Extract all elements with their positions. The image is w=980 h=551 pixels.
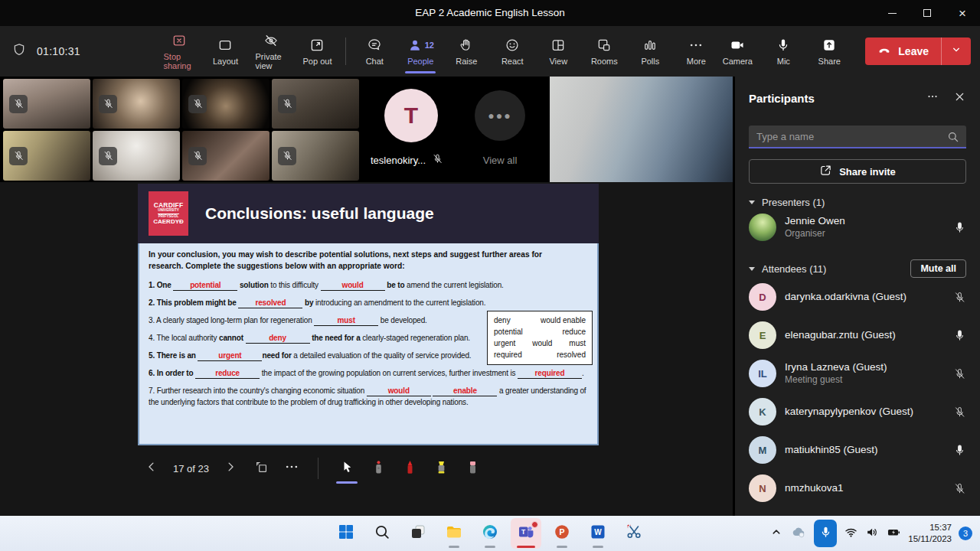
participant-row[interactable]: Kkaterynapylypenkov (Guest): [735, 393, 980, 431]
participant-row[interactable]: Eelenagubar.zntu (Guest): [735, 316, 980, 354]
slide-page-indicator: 17 of 23: [173, 463, 209, 474]
panel-close-button[interactable]: [953, 90, 966, 106]
slide-text: the need for a: [310, 334, 363, 342]
raise-label: Raise: [456, 57, 477, 66]
answer-blank: would: [367, 386, 431, 396]
close-button[interactable]: ×: [945, 0, 980, 26]
mute-all-button[interactable]: Mute all: [910, 259, 966, 278]
attendees-header-label: Attendees (11): [762, 263, 826, 275]
taskview-taskbar-button[interactable]: [403, 518, 433, 549]
chat-button[interactable]: Chat: [354, 35, 395, 67]
attendees-section-header[interactable]: Attendees (11) Mute all: [735, 259, 980, 278]
battery-icon[interactable]: [887, 525, 901, 543]
volume-icon[interactable]: [865, 525, 880, 543]
avatar: D: [749, 283, 776, 311]
active-speaker-video[interactable]: [550, 77, 733, 182]
maximize-button[interactable]: [910, 0, 945, 26]
panel-more-options-button[interactable]: [926, 90, 939, 106]
presenters-list: Jennie OwenOrganiser: [735, 208, 980, 246]
video-tile[interactable]: [272, 131, 359, 181]
video-tile[interactable]: [3, 79, 90, 129]
react-button[interactable]: React: [492, 35, 533, 67]
onedrive-icon[interactable]: [790, 523, 807, 543]
tray-mic-button[interactable]: [814, 520, 837, 547]
slide-text: solution: [237, 281, 270, 289]
private-view-button[interactable]: Private view: [250, 31, 292, 72]
people-button[interactable]: 12People: [400, 35, 441, 67]
leave-options-button[interactable]: [942, 37, 971, 65]
mic-label: Mic: [777, 57, 790, 66]
start-taskbar-button[interactable]: [331, 518, 361, 549]
share-invite-button[interactable]: Share invite: [749, 159, 966, 184]
participant-subtitle: Organiser: [785, 228, 845, 240]
pop-out-button[interactable]: Pop out: [296, 35, 338, 67]
explorer-taskbar-button[interactable]: [439, 518, 469, 549]
mic-on-icon[interactable]: [953, 221, 966, 234]
rooms-button[interactable]: Rooms: [583, 35, 625, 67]
leave-button[interactable]: Leave: [865, 37, 941, 65]
video-tile[interactable]: [182, 131, 270, 181]
snip-taskbar-button[interactable]: [619, 518, 649, 549]
participant-row[interactable]: Nnmzhukova1: [735, 469, 980, 507]
participant-name: Jennie Owen: [785, 215, 845, 228]
participant-search: [749, 126, 966, 148]
wifi-icon[interactable]: [844, 525, 858, 543]
laser-tool-button[interactable]: [365, 455, 391, 481]
eraser-tool-button[interactable]: [459, 455, 485, 481]
layout-button[interactable]: Layout: [204, 35, 246, 67]
stop-sharing-button[interactable]: Stop sharing: [158, 31, 200, 72]
word-bank: denywould enablepotentialreduceurgentwou…: [487, 311, 593, 365]
pen-tool-button[interactable]: [397, 455, 423, 481]
more-button[interactable]: More: [675, 35, 717, 67]
slide-text: be developed.: [378, 316, 427, 324]
more-label: More: [687, 57, 706, 66]
previous-slide-button[interactable]: [141, 458, 162, 479]
powerpoint-taskbar-button[interactable]: P: [547, 518, 577, 549]
minimize-button[interactable]: [874, 0, 910, 26]
camera-button[interactable]: Camera: [717, 35, 758, 67]
cardiff-university-logo: CARDIFF UNIVERSITY PRIFYSGOL CAERDYÐ: [149, 191, 188, 236]
polls-button[interactable]: Polls: [629, 35, 671, 67]
video-tile[interactable]: [182, 79, 270, 129]
mic-off-icon[interactable]: [953, 406, 966, 419]
participant-search-input[interactable]: [749, 126, 966, 148]
view-button[interactable]: View: [537, 35, 579, 67]
presentation-controls: 17 of 23: [141, 452, 485, 485]
cursor-tool-button[interactable]: [334, 455, 360, 481]
slide-exercise-item: 2. This problem might be resolved by int…: [149, 297, 588, 309]
participant-row[interactable]: Jennie OwenOrganiser: [735, 208, 980, 246]
participant-row[interactable]: Ddarynka.odarkivna (Guest): [735, 278, 980, 316]
mic-button[interactable]: Mic: [763, 35, 804, 67]
participant-row[interactable]: ILIryna Lazneva (Guest)Meeting guest: [735, 354, 980, 393]
mic-off-icon[interactable]: [953, 291, 966, 304]
tray-date: 15/11/2023: [908, 533, 952, 545]
tray-chevron-up-icon[interactable]: [769, 525, 783, 542]
presenters-section-header[interactable]: Presenters (1): [735, 197, 980, 208]
participant-subtitle: Meeting guest: [785, 374, 887, 386]
view-all-button[interactable]: ●●●: [475, 90, 525, 141]
raise-button[interactable]: Raise: [446, 35, 487, 67]
participant-row[interactable]: Mmatiukhin85 (Guest): [735, 431, 980, 469]
mic-on-icon[interactable]: [953, 329, 966, 342]
mic-on-icon[interactable]: [953, 444, 966, 457]
clock[interactable]: 15:37 15/11/2023: [908, 522, 952, 545]
share-button[interactable]: Share: [808, 35, 850, 67]
search-taskbar-button[interactable]: [367, 518, 397, 549]
word-bank-word: would enable: [541, 315, 586, 326]
video-tile[interactable]: [272, 79, 359, 129]
edge-taskbar-button[interactable]: [475, 518, 505, 549]
next-slide-button[interactable]: [220, 458, 241, 479]
teams-taskbar-button[interactable]: T: [511, 518, 541, 549]
chevron-right-icon: [224, 460, 237, 477]
slide-grid-button[interactable]: [250, 458, 272, 479]
mic-off-icon[interactable]: [953, 367, 966, 380]
highlighter-tool-button[interactable]: [428, 455, 454, 481]
video-tile[interactable]: [93, 79, 180, 129]
word-taskbar-button[interactable]: W: [583, 518, 613, 549]
more-presentation-options-button[interactable]: [281, 458, 302, 479]
notification-count-badge[interactable]: 3: [959, 527, 972, 540]
video-tile[interactable]: [3, 131, 90, 181]
mic-off-icon[interactable]: [953, 482, 966, 495]
word-bank-word: must: [569, 337, 586, 349]
video-tile[interactable]: [93, 131, 180, 181]
